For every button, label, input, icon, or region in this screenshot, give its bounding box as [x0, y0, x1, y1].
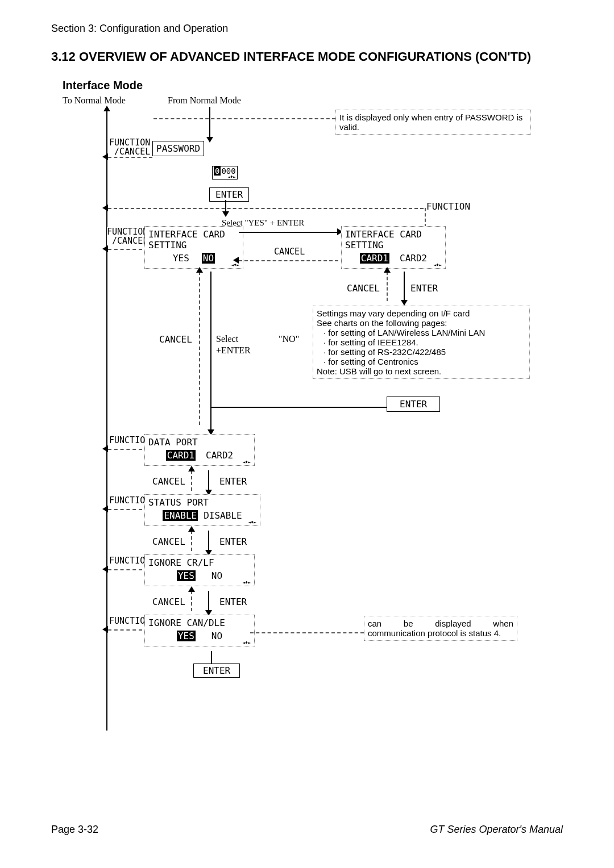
- page-title: 3.12 OVERVIEW OF ADVANCED INTERFACE MODE…: [51, 49, 563, 64]
- enter-box-3: ENTER: [193, 663, 240, 678]
- cancel-label-r1: CANCEL: [347, 283, 380, 294]
- func-cancel-label-1: FUNCTION /CANCEL: [109, 138, 150, 156]
- from-normal-label: From Normal Mode: [168, 95, 241, 106]
- enter-box-1: ENTER: [209, 187, 249, 202]
- cancel-label-mid: CANCEL: [274, 247, 305, 257]
- subhead: Interface Mode: [63, 79, 563, 92]
- page-number: Page 3-32: [51, 824, 98, 836]
- enter-lbl-cr: ENTER: [219, 596, 247, 607]
- iface-left-box: INTERFACE CARD SETTING YES NO ◄♦►: [144, 226, 243, 269]
- can-dle-note: can be displayed when communication prot…: [364, 616, 517, 641]
- enter-lbl-sp: ENTER: [219, 536, 247, 547]
- flow-diagram: To Normal Mode From Normal Mode It is di…: [51, 95, 563, 737]
- password-box: PASSWORD: [152, 141, 204, 156]
- manual-name: GT Series Operator's Manual: [430, 824, 563, 836]
- select-label: Select: [216, 334, 238, 344]
- cancel-label-mid2: CANCEL: [159, 334, 192, 345]
- footer: Page 3-32 GT Series Operator's Manual: [51, 824, 563, 836]
- plus-enter-label: +ENTER: [216, 345, 251, 356]
- settings-note: Settings may vary depending on I/F card …: [313, 306, 530, 379]
- iface-right-box: INTERFACE CARD SETTING CARD1 CARD2 ◄♦►: [341, 226, 446, 269]
- enter-label-r1: ENTER: [410, 283, 438, 294]
- function-label-1: FUNCTION: [426, 201, 470, 212]
- enter-lbl-dp: ENTER: [219, 476, 247, 487]
- data-port-box: DATA PORT CARD1 CARD2 ◄♦►: [144, 434, 255, 466]
- cancel-lbl-cr: CANCEL: [152, 596, 185, 607]
- no-quoted-label: "NO": [279, 334, 299, 344]
- func-cancel-label-2: FUNCTION /CANCEL: [107, 227, 148, 245]
- ignore-candle-box: IGNORE CAN/DLE YES NO ◄♦►: [144, 615, 255, 646]
- cancel-lbl-dp: CANCEL: [152, 476, 185, 487]
- zeros-box: 0000 ◄♦►: [212, 166, 238, 180]
- to-normal-label: To Normal Mode: [63, 95, 126, 106]
- status-port-box: STATUS PORT ENABLE DISABLE ◄♦►: [144, 494, 260, 526]
- enter-box-2: ENTER: [387, 397, 440, 412]
- ignore-crlf-box: IGNORE CR/LF YES NO ◄♦►: [144, 554, 255, 586]
- cancel-lbl-sp: CANCEL: [152, 536, 185, 547]
- password-note: It is displayed only when entry of PASSW…: [335, 110, 531, 135]
- section-path: Section 3: Configuration and Operation: [51, 23, 563, 35]
